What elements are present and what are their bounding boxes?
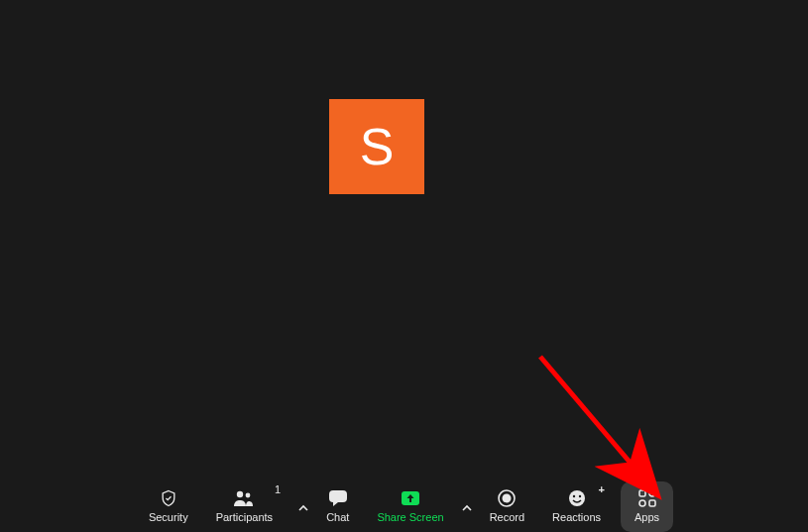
svg-rect-9 bbox=[639, 490, 645, 496]
reactions-icon bbox=[567, 487, 587, 509]
share-screen-button[interactable]: Share Screen bbox=[363, 481, 457, 532]
security-label: Security bbox=[149, 511, 188, 523]
reactions-button[interactable]: + Reactions bbox=[538, 481, 621, 532]
participant-avatar: S bbox=[329, 99, 424, 194]
apps-label: Apps bbox=[635, 511, 659, 523]
participants-icon bbox=[232, 487, 256, 509]
shield-icon bbox=[159, 487, 178, 509]
svg-point-0 bbox=[237, 491, 243, 497]
chat-icon bbox=[327, 487, 349, 509]
apps-icon bbox=[637, 487, 657, 509]
security-button[interactable]: Security bbox=[135, 481, 202, 532]
chevron-up-icon bbox=[462, 503, 472, 513]
svg-rect-10 bbox=[649, 500, 655, 506]
participants-button[interactable]: 1 Participants bbox=[202, 481, 294, 532]
record-label: Record bbox=[490, 511, 524, 523]
chat-label: Chat bbox=[326, 511, 349, 523]
share-screen-icon bbox=[400, 487, 421, 509]
svg-point-1 bbox=[246, 493, 251, 498]
participants-options-caret[interactable] bbox=[294, 484, 312, 532]
participants-label: Participants bbox=[216, 511, 273, 523]
participants-count: 1 bbox=[275, 483, 281, 495]
svg-point-5 bbox=[503, 494, 512, 503]
share-screen-label: Share Screen bbox=[377, 511, 443, 523]
svg-point-11 bbox=[649, 490, 655, 496]
chat-button[interactable]: Chat bbox=[312, 481, 363, 532]
share-options-caret[interactable] bbox=[458, 484, 476, 532]
avatar-initial: S bbox=[360, 117, 395, 176]
reactions-label: Reactions bbox=[552, 511, 601, 523]
record-icon bbox=[497, 487, 517, 509]
chevron-up-icon bbox=[298, 503, 308, 513]
video-area: S bbox=[0, 0, 808, 480]
apps-button[interactable]: Apps bbox=[621, 481, 673, 532]
toolbar-inner: Security 1 Participants bbox=[135, 480, 673, 532]
svg-point-6 bbox=[569, 490, 585, 506]
record-button[interactable]: Record bbox=[476, 481, 538, 532]
svg-point-12 bbox=[639, 500, 645, 506]
svg-point-8 bbox=[578, 495, 580, 497]
svg-rect-2 bbox=[329, 490, 347, 502]
meeting-toolbar: Security 1 Participants bbox=[0, 480, 808, 532]
svg-point-7 bbox=[572, 495, 574, 497]
plus-icon: + bbox=[599, 483, 605, 495]
